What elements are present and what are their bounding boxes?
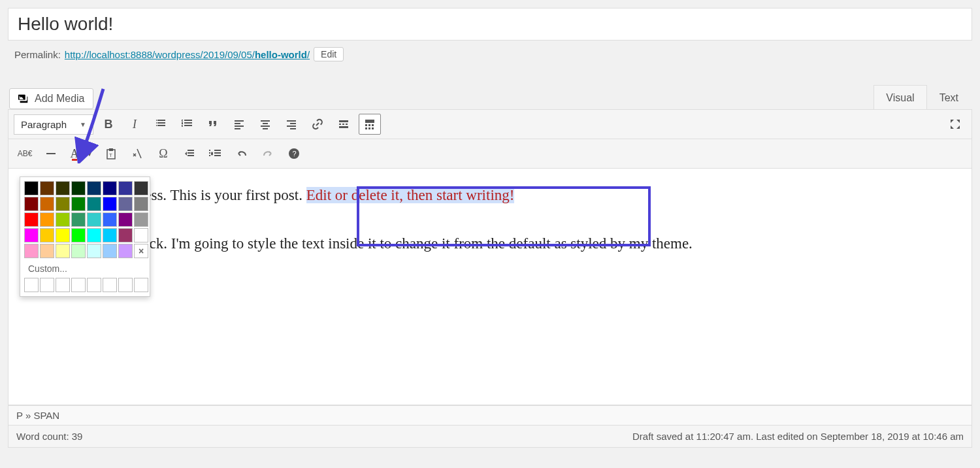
color-swatch[interactable]	[87, 181, 101, 195]
custom-swatch[interactable]	[24, 278, 39, 292]
color-swatch[interactable]	[24, 244, 39, 258]
color-swatch[interactable]	[134, 228, 148, 242]
editor-content-area[interactable]: Welcome to WordPress. This is your first…	[8, 169, 972, 405]
color-swatch[interactable]	[24, 212, 39, 227]
text-color-dropdown[interactable]: ▼	[83, 143, 96, 164]
editor-mode-tabs: Visual Text	[874, 85, 971, 109]
bold-button[interactable]: B	[97, 114, 120, 135]
undo-button[interactable]	[231, 143, 253, 164]
align-right-button[interactable]	[280, 114, 302, 135]
color-swatch[interactable]	[87, 228, 101, 242]
svg-rect-4	[365, 127, 367, 129]
color-swatch[interactable]	[71, 181, 86, 195]
color-swatch[interactable]	[24, 197, 39, 211]
color-swatch[interactable]	[56, 181, 70, 195]
color-swatch[interactable]	[103, 244, 117, 258]
color-swatch[interactable]	[118, 197, 133, 211]
save-status: Draft saved at 11:20:47 am. Last edited …	[632, 431, 964, 442]
post-title-input[interactable]	[8, 8, 972, 41]
color-swatch[interactable]	[87, 212, 101, 227]
color-swatch[interactable]	[56, 228, 70, 242]
strikethrough-button[interactable]: AB€	[14, 143, 36, 164]
color-swatch[interactable]	[71, 244, 86, 258]
italic-button[interactable]: I	[123, 114, 146, 135]
color-swatch[interactable]	[118, 212, 133, 227]
color-swatch[interactable]	[134, 181, 148, 195]
align-center-button[interactable]	[254, 114, 276, 135]
color-swatch[interactable]	[24, 228, 39, 242]
color-swatch[interactable]	[87, 244, 101, 258]
tab-text[interactable]: Text	[927, 85, 971, 109]
format-select[interactable]: Paragraph ▼	[14, 114, 93, 135]
color-swatch[interactable]	[118, 228, 133, 242]
tab-visual[interactable]: Visual	[874, 85, 926, 109]
custom-swatch[interactable]	[87, 278, 101, 292]
color-swatch[interactable]	[118, 181, 133, 195]
svg-rect-6	[372, 127, 374, 129]
highlighted-span: Edit or delete it, then start writing!	[306, 187, 515, 203]
bullet-list-button[interactable]	[150, 114, 172, 135]
color-swatch[interactable]	[118, 244, 133, 258]
editor-toolbar-row1: Paragraph ▼ B I	[8, 109, 972, 139]
blockquote-button[interactable]	[202, 114, 224, 135]
color-swatch[interactable]	[40, 228, 54, 242]
horizontal-rule-button[interactable]	[40, 143, 62, 164]
color-swatch[interactable]	[56, 197, 70, 211]
color-swatch[interactable]	[40, 197, 54, 211]
color-swatch[interactable]	[40, 212, 54, 227]
custom-swatch[interactable]	[134, 278, 148, 292]
paste-text-button[interactable]: T	[100, 143, 122, 164]
svg-rect-2	[368, 124, 370, 126]
custom-color-button[interactable]: Custom...	[24, 261, 146, 278]
add-media-button[interactable]: Add Media	[9, 88, 93, 109]
color-swatch[interactable]	[40, 181, 54, 195]
text-color-indicator	[72, 159, 77, 161]
no-color-swatch[interactable]: ×	[134, 244, 148, 258]
svg-rect-1	[365, 124, 367, 126]
element-path[interactable]: P » SPAN	[8, 405, 972, 425]
special-char-button[interactable]: Ω	[152, 143, 174, 164]
permalink-label: Permalink:	[14, 49, 61, 60]
color-swatch[interactable]	[103, 181, 117, 195]
indent-button[interactable]	[204, 143, 227, 164]
svg-rect-0	[365, 120, 374, 123]
outdent-button[interactable]	[178, 143, 201, 164]
color-swatch[interactable]	[103, 212, 117, 227]
read-more-button[interactable]	[333, 114, 355, 135]
fullscreen-button[interactable]	[944, 114, 966, 135]
edit-permalink-button[interactable]: Edit	[314, 47, 344, 61]
color-swatch[interactable]	[103, 197, 117, 211]
color-swatch[interactable]	[56, 244, 70, 258]
text-color-button[interactable]: A	[66, 143, 83, 164]
custom-color-row	[24, 278, 146, 292]
permalink-link[interactable]: http://localhost:8888/wordpress/2019/09/…	[65, 49, 310, 60]
custom-swatch[interactable]	[118, 278, 133, 292]
svg-rect-3	[372, 124, 374, 126]
color-swatch[interactable]	[24, 181, 39, 195]
color-swatch[interactable]	[71, 197, 86, 211]
svg-rect-7	[46, 153, 56, 154]
svg-rect-5	[368, 127, 370, 129]
color-swatch[interactable]	[71, 212, 86, 227]
custom-swatch[interactable]	[56, 278, 70, 292]
color-swatch[interactable]	[71, 228, 86, 242]
color-swatch[interactable]	[56, 212, 70, 227]
color-swatch[interactable]	[134, 212, 148, 227]
color-swatch[interactable]	[103, 228, 117, 242]
custom-swatch[interactable]	[103, 278, 117, 292]
color-swatch[interactable]	[87, 197, 101, 211]
clear-formatting-button[interactable]	[126, 143, 148, 164]
custom-swatch[interactable]	[71, 278, 86, 292]
chevron-down-icon: ▼	[80, 121, 86, 128]
color-swatch[interactable]	[134, 197, 148, 211]
toolbar-toggle-button[interactable]	[359, 114, 381, 135]
permalink-row: Permalink: http://localhost:8888/wordpre…	[8, 47, 972, 61]
numbered-list-button[interactable]	[176, 114, 198, 135]
redo-button[interactable]	[257, 143, 279, 164]
help-button[interactable]: ?	[283, 143, 305, 164]
align-left-button[interactable]	[228, 114, 250, 135]
link-button[interactable]	[306, 114, 329, 135]
editor-toolbar-row2: AB€ A ▼ T Ω ?	[8, 139, 972, 169]
color-swatch[interactable]	[40, 244, 54, 258]
custom-swatch[interactable]	[40, 278, 54, 292]
